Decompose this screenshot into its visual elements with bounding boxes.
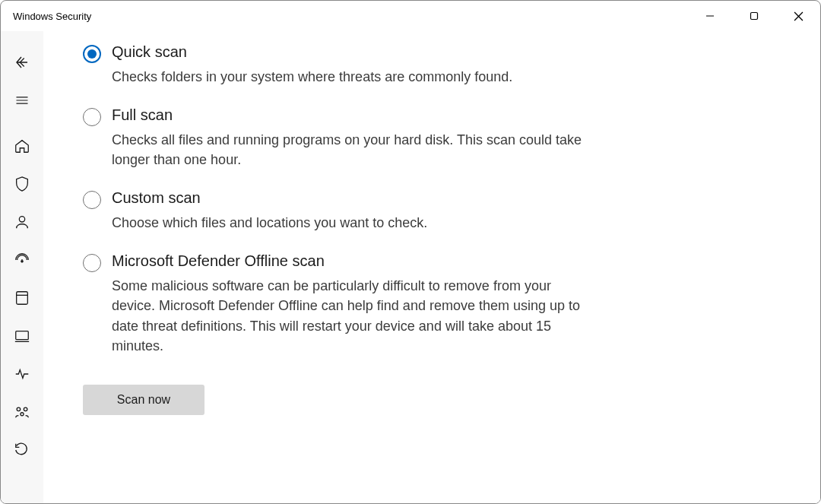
option-title: Custom scan (112, 189, 427, 207)
option-title: Full scan (112, 106, 585, 124)
sidebar-item-app-browser[interactable] (1, 279, 43, 317)
option-full-scan[interactable]: Full scan Checks all files and running p… (83, 106, 585, 170)
svg-rect-10 (17, 292, 28, 305)
radio-quick-scan[interactable] (83, 45, 101, 63)
svg-point-9 (21, 261, 23, 262)
option-title: Quick scan (112, 43, 512, 61)
content-area: Quick scan Checks folders in your system… (43, 31, 820, 503)
radio-custom-scan[interactable] (83, 191, 101, 209)
option-custom-scan[interactable]: Custom scan Choose which files and locat… (83, 189, 585, 233)
sidebar-item-account[interactable] (1, 203, 43, 241)
svg-rect-1 (751, 13, 758, 20)
option-desc: Checks all files and running programs on… (112, 130, 585, 170)
minimize-button[interactable] (688, 1, 732, 31)
maximize-button[interactable] (732, 1, 776, 31)
window-controls (688, 1, 820, 31)
sidebar-item-history[interactable] (1, 431, 43, 469)
sidebar-item-home[interactable] (1, 127, 43, 165)
svg-rect-12 (16, 331, 29, 340)
sidebar-item-firewall[interactable] (1, 241, 43, 279)
back-button[interactable] (1, 43, 43, 81)
sidebar (1, 31, 43, 503)
menu-button[interactable] (1, 81, 43, 119)
radio-offline-scan[interactable] (83, 254, 101, 272)
sidebar-item-device-security[interactable] (1, 317, 43, 355)
option-desc: Checks folders in your system where thre… (112, 67, 512, 87)
titlebar: Windows Security (1, 1, 820, 31)
option-desc: Choose which files and locations you wan… (112, 213, 427, 233)
sidebar-item-virus[interactable] (1, 165, 43, 203)
svg-point-8 (19, 217, 24, 222)
window-title: Windows Security (13, 11, 91, 22)
svg-point-14 (17, 407, 21, 411)
close-button[interactable] (776, 1, 820, 31)
svg-point-16 (21, 413, 24, 416)
option-quick-scan[interactable]: Quick scan Checks folders in your system… (83, 43, 585, 87)
scan-now-button[interactable]: Scan now (83, 385, 204, 415)
svg-point-15 (24, 407, 27, 411)
scan-options: Quick scan Checks folders in your system… (83, 43, 585, 356)
option-title: Microsoft Defender Offline scan (112, 252, 585, 270)
sidebar-item-family[interactable] (1, 393, 43, 431)
sidebar-item-performance[interactable] (1, 355, 43, 393)
option-desc: Some malicious software can be particula… (112, 276, 585, 355)
option-offline-scan[interactable]: Microsoft Defender Offline scan Some mal… (83, 252, 585, 355)
radio-full-scan[interactable] (83, 108, 101, 126)
